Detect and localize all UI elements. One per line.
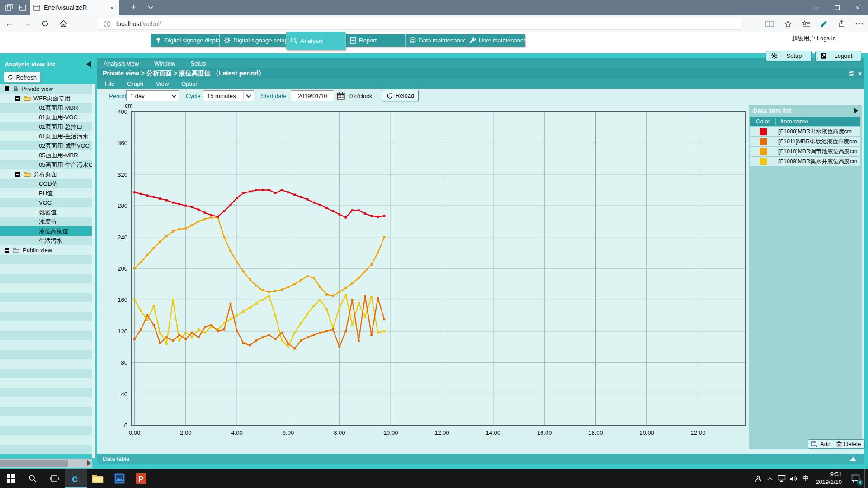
tab-report[interactable]: Report bbox=[346, 34, 405, 47]
tab-title: EnerVisualizeR bbox=[44, 4, 104, 11]
site-info-icon[interactable] bbox=[98, 20, 116, 28]
taskbar-edge-button[interactable]: e bbox=[65, 469, 87, 488]
tree-expander-icon[interactable] bbox=[5, 248, 9, 253]
menu-window[interactable]: Window bbox=[154, 60, 175, 67]
delete-button[interactable]: Delete bbox=[833, 439, 865, 449]
close-view-icon[interactable]: × bbox=[858, 70, 862, 77]
menu-setup[interactable]: Setup bbox=[190, 60, 206, 67]
show-desktop-button[interactable] bbox=[864, 469, 868, 488]
taskbar-blue-app-button[interactable] bbox=[108, 469, 130, 488]
action-center-button[interactable]: 6 bbox=[846, 469, 864, 488]
tree-item-01页面用-VOC[interactable]: 01页面用-VOC bbox=[0, 113, 92, 122]
maximize-button[interactable] bbox=[826, 0, 847, 15]
search-icon bbox=[28, 474, 37, 483]
tab-analysis[interactable]: Analysis bbox=[286, 32, 345, 50]
tree-item-Private view[interactable]: Private view bbox=[0, 84, 92, 94]
tree-item-PH值[interactable]: PH值 bbox=[0, 188, 92, 198]
new-tab-button[interactable]: + bbox=[126, 0, 141, 15]
data-item-rows: [F1008]MBR出水液位高度cm[F1011]MBR排放池液位高度cm[F1… bbox=[750, 127, 860, 166]
web-note-pen-icon[interactable] bbox=[820, 20, 828, 28]
series-name: [F1011]MBR排放池液位高度cm bbox=[776, 138, 860, 145]
ime-indicator[interactable]: 中 bbox=[799, 474, 812, 483]
tab-close-icon[interactable]: × bbox=[108, 4, 116, 12]
scrollbar-thumb[interactable] bbox=[0, 460, 68, 467]
logout-button[interactable]: Logout bbox=[815, 51, 861, 61]
browser-tab[interactable]: EnerVisualizeR × bbox=[30, 0, 119, 15]
tree-item-01页面用-总排口[interactable]: 01页面用-总排口 bbox=[0, 122, 92, 131]
data-table-bar[interactable]: Data table bbox=[97, 454, 864, 464]
expand-panel-icon[interactable] bbox=[854, 108, 858, 114]
menu-graph[interactable]: Graph bbox=[127, 80, 143, 87]
url-field[interactable]: localhost/webui/ bbox=[98, 18, 741, 30]
tab-digital-signage-display[interactable]: Digital signage display bbox=[151, 34, 219, 47]
home-icon[interactable] bbox=[54, 20, 72, 27]
tree-item-01页面用-MBR[interactable]: 01页面用-MBR bbox=[0, 103, 92, 113]
sidebar-vertical-scrollbar[interactable] bbox=[92, 84, 95, 458]
share-icon[interactable] bbox=[838, 20, 845, 28]
tree-item-label: Public view bbox=[23, 247, 52, 253]
favorite-star-icon[interactable] bbox=[784, 20, 792, 28]
add-button[interactable]: Add bbox=[808, 439, 834, 449]
set-tabs-aside-icon[interactable] bbox=[18, 4, 26, 11]
tree-item-label: 01页面用-生活污水 bbox=[39, 132, 89, 141]
tree-expander-icon[interactable] bbox=[15, 172, 20, 177]
restore-view-icon[interactable] bbox=[849, 71, 854, 76]
tray-chevron-up-icon[interactable] bbox=[764, 477, 776, 480]
menu-option[interactable]: Option bbox=[181, 80, 198, 87]
people-icon[interactable] bbox=[752, 475, 764, 483]
close-button[interactable]: × bbox=[847, 0, 868, 15]
minimize-button[interactable] bbox=[806, 0, 826, 15]
tree-item-生活污水[interactable]: 生活污水 bbox=[0, 236, 92, 245]
tree-item-浊度值[interactable]: 浊度值 bbox=[0, 217, 92, 226]
signage-display-icon bbox=[155, 37, 162, 44]
network-icon[interactable] bbox=[776, 475, 788, 482]
start-button[interactable] bbox=[0, 469, 22, 488]
tree-item-Public view[interactable]: Public view bbox=[0, 245, 92, 255]
forward-icon[interactable]: → bbox=[18, 19, 36, 28]
tree-expander-icon[interactable] bbox=[15, 96, 20, 101]
tree-empty-row bbox=[0, 340, 92, 350]
tree-item-液位高度值[interactable]: 液位高度值 bbox=[0, 226, 92, 236]
tree-expander-icon[interactable] bbox=[5, 86, 9, 91]
tree-item-01页面用-生活污水[interactable]: 01页面用-生活污水 bbox=[0, 131, 92, 141]
refresh-icon[interactable] bbox=[36, 20, 54, 27]
tab-list-chevron-icon[interactable] bbox=[144, 0, 157, 15]
data-item-row[interactable]: [F1011]MBR排放池液位高度cm bbox=[750, 137, 860, 146]
data-item-row[interactable]: [F1008]MBR出水液位高度cm bbox=[750, 127, 860, 136]
setup-button[interactable]: Setup bbox=[766, 51, 812, 61]
scrollbar-right-arrow-icon[interactable] bbox=[87, 460, 91, 466]
more-options-icon[interactable] bbox=[855, 23, 863, 25]
taskbar-explorer-button[interactable] bbox=[87, 469, 108, 488]
tab-digital-signage-setup[interactable]: Digital signage setup bbox=[220, 34, 286, 47]
taskbar-clock[interactable]: 9:51 2019/1/10 bbox=[812, 471, 846, 486]
tab-preview-icon[interactable] bbox=[5, 4, 14, 11]
taskbar-powerpoint-button[interactable]: P bbox=[130, 469, 152, 488]
back-icon[interactable]: ← bbox=[0, 19, 18, 28]
data-item-row[interactable]: [F1010]MBR调节池液位高度cm bbox=[750, 147, 860, 156]
tree-item-02页面用-成型VOC[interactable]: 02页面用-成型VOC bbox=[0, 141, 92, 150]
menu-file[interactable]: File bbox=[105, 80, 114, 87]
tree-item-COD值[interactable]: COD值 bbox=[0, 179, 92, 188]
tree-item-分析页面[interactable]: 分析页面 bbox=[0, 169, 92, 179]
tree-item-WEB页面专用[interactable]: WEB页面专用 bbox=[0, 94, 92, 103]
refresh-arrow-icon bbox=[8, 74, 13, 80]
refresh-button[interactable]: Refresh bbox=[4, 72, 41, 83]
menu-view[interactable]: View bbox=[156, 80, 169, 87]
menu-analysis-view[interactable]: Analysis view bbox=[104, 60, 139, 67]
speaker-icon[interactable] bbox=[788, 475, 799, 482]
tab-user-maintenance[interactable]: User maintenance bbox=[465, 34, 525, 47]
tab-data-maintenance[interactable]: Data maintenance bbox=[406, 34, 465, 47]
collapse-sidebar-icon[interactable] bbox=[86, 61, 91, 67]
taskbar-search-button[interactable] bbox=[22, 469, 43, 488]
task-view-button[interactable] bbox=[43, 469, 65, 488]
tree-item-VOC[interactable]: VOC bbox=[0, 198, 92, 207]
tree-item-氨氮值[interactable]: 氨氮值 bbox=[0, 207, 92, 217]
clock-time: 9:51 bbox=[816, 471, 842, 479]
tree-item-05画面用-生产污水COD[interactable]: 05画面用-生产污水COD bbox=[0, 160, 92, 169]
collapse-up-icon[interactable] bbox=[850, 457, 856, 461]
reading-view-icon[interactable] bbox=[765, 20, 774, 28]
tree-item-05画面用-MBR[interactable]: 05画面用-MBR bbox=[0, 150, 92, 160]
hub-icon[interactable] bbox=[802, 20, 810, 28]
sidebar-horizontal-scrollbar[interactable] bbox=[0, 459, 92, 468]
data-item-row[interactable]: [F1009]MBR集水井液位高度cm bbox=[750, 157, 860, 166]
